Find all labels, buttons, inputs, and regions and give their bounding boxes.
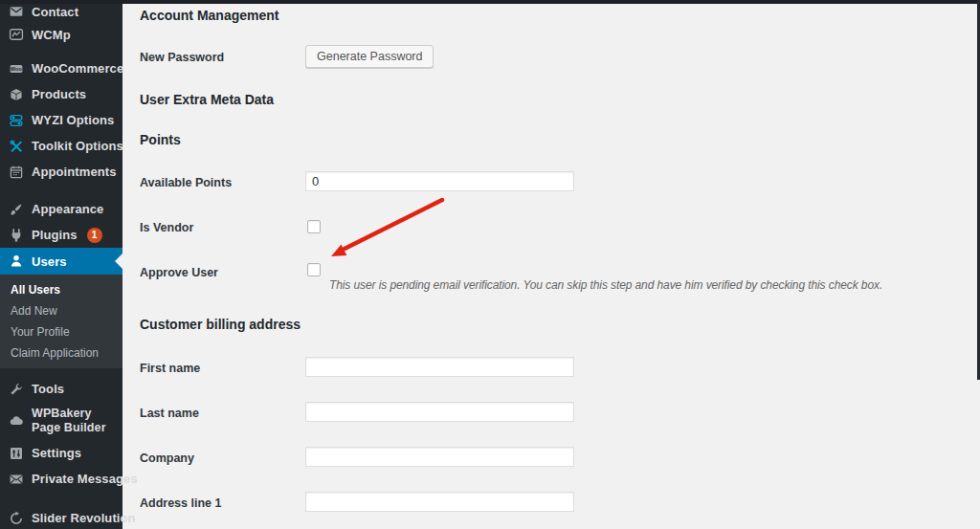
calendar-icon — [9, 165, 24, 180]
sidebar-item-label: Appearance — [32, 202, 103, 216]
submenu-item-label: All Users — [11, 283, 60, 297]
user-extra-meta-heading: User Extra Meta Data — [140, 92, 274, 107]
sidebar-item-label: Appointments — [32, 165, 117, 179]
submenu-item-label: Claim Application — [11, 346, 99, 360]
sidebar-item-plugins[interactable]: Plugins 1 — [0, 222, 122, 248]
sidebar-item-slider-revolution[interactable]: Slider Revolution — [0, 505, 122, 529]
sidebar-item-label: Products — [32, 87, 86, 101]
users-submenu: All Users Add New Your Profile Claim App… — [0, 275, 122, 368]
available-points-label: Available Points — [140, 176, 232, 189]
submenu-item-label: Add New — [11, 304, 57, 318]
admin-bar-edge — [0, 0, 980, 4]
new-password-label: New Password — [140, 51, 224, 64]
last-name-input[interactable] — [305, 402, 574, 422]
mail-icon — [9, 472, 24, 487]
sidebar-item-appearance[interactable]: Appearance — [0, 196, 122, 222]
company-input[interactable] — [305, 447, 574, 467]
sidebar-item-private-messages[interactable]: Private Messages — [0, 466, 122, 492]
approve-user-checkbox[interactable] — [307, 263, 321, 276]
account-management-heading: Account Management — [140, 8, 278, 23]
submenu-item-all-users[interactable]: All Users — [0, 279, 122, 300]
sidebar-item-settings[interactable]: Settings — [0, 440, 122, 466]
wrench-icon — [9, 382, 24, 397]
submenu-item-your-profile[interactable]: Your Profile — [0, 321, 122, 342]
sidebar-item-label: WooCommerce — [32, 61, 123, 76]
sidebar-item-wcmp[interactable]: WCMp — [0, 23, 122, 46]
available-points-input[interactable] — [305, 171, 574, 191]
sidebar-item-label: WCMp — [32, 28, 71, 42]
sidebar-item-woocommerce[interactable]: Woo WooCommerce — [0, 55, 122, 81]
settings-icon — [9, 446, 24, 461]
first-name-label: First name — [140, 362, 200, 375]
company-label: Company — [140, 452, 194, 465]
box-icon — [9, 87, 24, 102]
menu-separator — [0, 185, 122, 196]
sidebar-item-label: Private Messages — [32, 472, 138, 486]
first-name-input[interactable] — [305, 357, 574, 377]
sidebar-item-label: Contact — [32, 5, 78, 19]
address-line-1-input[interactable] — [305, 492, 574, 512]
sidebar-item-label: WYZI Options — [32, 113, 114, 127]
plugins-update-badge: 1 — [87, 228, 102, 243]
sidebar-item-label: Slider Revolution — [32, 511, 136, 525]
sidebar-item-toolkit-options[interactable]: Toolkit Options — [0, 133, 122, 159]
sidebar-item-tools[interactable]: Tools — [0, 376, 122, 402]
plugin-icon — [9, 228, 24, 243]
submenu-item-add-new[interactable]: Add New — [0, 300, 122, 321]
approve-user-label: Approve User — [140, 266, 218, 279]
sidebar-item-label: Settings — [32, 446, 81, 460]
refresh-icon — [9, 511, 24, 526]
points-heading: Points — [140, 132, 181, 147]
sidebar-item-label: Toolkit Options — [32, 139, 123, 153]
sidebar-item-users[interactable]: Users — [0, 248, 122, 275]
billing-address-heading: Customer billing address — [140, 317, 301, 332]
sidebar-item-label: Users — [32, 254, 67, 269]
sidebar-item-products[interactable]: Products — [0, 81, 122, 107]
generate-password-button[interactable]: Generate Password — [305, 45, 434, 68]
user-icon — [9, 253, 24, 269]
admin-sidebar: Contact WCMp Woo WooCommerce Products WY… — [0, 0, 122, 529]
svg-text:Woo: Woo — [11, 66, 23, 72]
sidebar-item-label: Tools — [32, 382, 64, 396]
is-vendor-label: Is Vendor — [140, 221, 193, 234]
menu-separator — [0, 46, 122, 55]
paintbrush-icon — [9, 202, 24, 217]
crossed-tools-icon — [9, 139, 24, 154]
sidebar-item-wpbakery[interactable]: WPBakery Page Builder — [0, 402, 122, 440]
woocommerce-icon: Woo — [9, 61, 24, 77]
sidebar-item-label: Plugins — [32, 228, 78, 242]
sidebar-item-appointments[interactable]: Appointments — [0, 159, 122, 185]
last-name-label: Last name — [140, 407, 199, 420]
menu-separator — [0, 492, 122, 505]
chart-icon — [9, 27, 24, 42]
address-line-1-label: Address line 1 — [140, 496, 221, 510]
toggles-icon — [9, 113, 24, 128]
submenu-item-claim-application[interactable]: Claim Application — [0, 342, 122, 364]
sidebar-item-wyzi-options[interactable]: WYZI Options — [0, 107, 122, 133]
sidebar-item-label: WPBakery Page Builder — [32, 407, 115, 435]
envelope-icon — [9, 4, 24, 19]
user-edit-page: Account Management New Password Generate… — [122, 0, 980, 529]
wpbakery-icon — [9, 413, 24, 429]
is-vendor-checkbox[interactable] — [307, 220, 321, 233]
approve-user-note: This user is pending email verification.… — [329, 278, 882, 292]
menu-separator — [0, 368, 122, 376]
submenu-item-label: Your Profile — [11, 325, 70, 339]
